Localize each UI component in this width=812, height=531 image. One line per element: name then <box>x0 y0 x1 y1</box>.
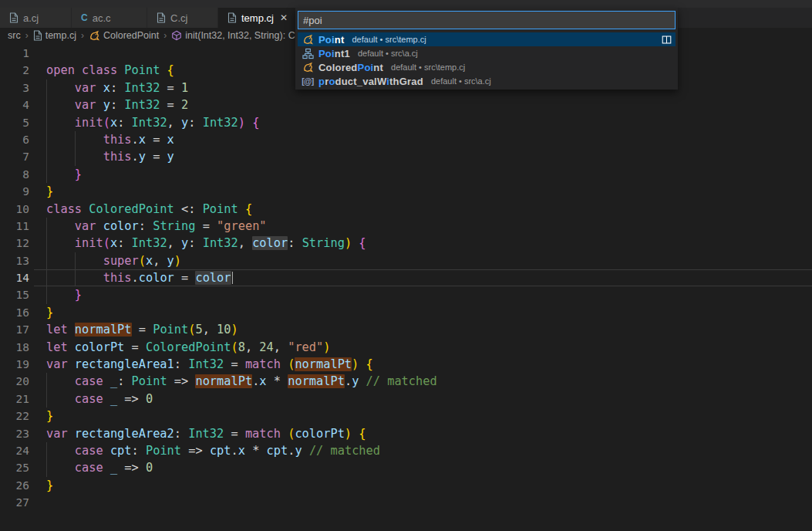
code-line-8[interactable]: 8 } <box>0 166 812 183</box>
line-number: 10 <box>0 201 29 218</box>
tab-C.cj[interactable]: C.cj <box>147 8 218 28</box>
cj-file-icon <box>157 12 166 23</box>
code-line-9[interactable]: 9} <box>0 183 812 200</box>
breadcrumb-item[interactable]: ColoredPoint <box>89 30 159 42</box>
code-line-20[interactable]: 20 case _: Point => normalPt.x * normalP… <box>0 373 812 390</box>
line-content: case _ => 0 <box>29 391 812 408</box>
line-content: var rectangleArea2: Int32 = match (color… <box>29 425 812 442</box>
indent-guide <box>46 391 47 408</box>
result-description: default • src\a.cj <box>431 76 491 86</box>
line-content: } <box>29 166 812 183</box>
code-line-14[interactable]: 14 this.color = color <box>0 269 812 286</box>
line-number: 4 <box>0 96 29 113</box>
quick-open-result-Point1[interactable]: Point1default • src\a.cj <box>298 46 676 60</box>
indent-guide <box>46 252 47 269</box>
line-content: init(x: Int32, y: Int32) { <box>29 114 812 131</box>
indent-guide <box>46 286 47 303</box>
class-icon <box>302 62 314 73</box>
c-file-icon: C <box>81 12 88 23</box>
indent-guide <box>46 79 47 96</box>
tab-ac.c[interactable]: Cac.c <box>72 8 147 28</box>
tab-label: temp.cj <box>241 12 274 24</box>
breadcrumb-separator: › <box>163 30 167 41</box>
code-line-22[interactable]: 22} <box>0 408 812 424</box>
code-line-21[interactable]: 21 case _ => 0 <box>0 391 812 408</box>
indent-guide <box>46 459 47 476</box>
indent-guide <box>46 269 47 286</box>
code-line-18[interactable]: 18let colorPt = ColoredPoint(8, 24, "red… <box>0 339 812 356</box>
code-line-10[interactable]: 10class ColoredPoint <: Point { <box>0 201 812 218</box>
breadcrumb-label: temp.cj <box>45 30 76 41</box>
line-number: 26 <box>0 477 29 494</box>
line-number: 11 <box>0 218 29 235</box>
line-content: var y: Int32 = 2 <box>29 96 812 113</box>
code-line-12[interactable]: 12 init(x: Int32, y: Int32, color: Strin… <box>0 235 812 252</box>
cj-file-icon <box>9 12 19 23</box>
line-number: 20 <box>0 373 29 390</box>
quick-open-input[interactable] <box>298 11 676 29</box>
result-description: default • src\temp.cj <box>352 35 426 44</box>
close-icon[interactable]: ✕ <box>278 12 289 23</box>
breadcrumb-item[interactable]: temp.cj <box>33 30 76 41</box>
tab-temp.cj[interactable]: temp.cj✕ <box>218 8 298 28</box>
method-icon <box>171 30 182 41</box>
split-editor-icon <box>662 35 672 45</box>
line-content: } <box>29 304 812 321</box>
line-number: 19 <box>0 356 29 373</box>
line-number: 5 <box>0 114 29 131</box>
indent-guide <box>46 373 47 390</box>
code-line-24[interactable]: 24 case cpt: Point => cpt.x * cpt.y // m… <box>0 442 812 459</box>
code-line-27[interactable]: 27 <box>0 494 812 511</box>
code-line-25[interactable]: 25 case _ => 0 <box>0 459 812 476</box>
quick-open-result-ColoredPoint[interactable]: ColoredPointdefault • src\temp.cj <box>298 60 676 74</box>
line-number: 13 <box>0 252 29 269</box>
indent-guide <box>75 269 76 286</box>
breadcrumb-label: ColoredPoint <box>103 30 159 41</box>
line-content: case _: Point => normalPt.x * normalPt.y… <box>29 373 812 390</box>
line-number: 14 <box>0 269 29 286</box>
indent-guide <box>46 96 47 113</box>
cj-file-icon <box>33 30 42 41</box>
line-number: 25 <box>0 459 29 476</box>
line-content: let normalPt = Point(5, 10) <box>29 321 812 338</box>
code-line-16[interactable]: 16} <box>0 304 812 321</box>
breadcrumb-separator: › <box>25 30 29 41</box>
line-content: case _ => 0 <box>29 459 812 476</box>
code-line-19[interactable]: 19var rectangleArea1: Int32 = match (nor… <box>0 356 812 373</box>
code-line-15[interactable]: 15 } <box>0 286 812 303</box>
split-editor-button[interactable] <box>662 35 672 45</box>
indent-guide <box>46 131 47 148</box>
breadcrumb-item[interactable]: src <box>8 30 21 41</box>
code-line-6[interactable]: 6 this.x = x <box>0 131 812 148</box>
line-number: 21 <box>0 391 29 408</box>
breadcrumb-label: src <box>8 30 21 41</box>
indent-guide <box>46 442 47 459</box>
indent-guide <box>46 166 47 183</box>
text-cursor <box>232 272 233 284</box>
quick-open-result-Point[interactable]: Pointdefault • src\temp.cj <box>298 32 676 46</box>
line-number: 15 <box>0 286 29 303</box>
line-content: this.y = y <box>29 148 812 165</box>
code-line-26[interactable]: 26} <box>0 477 812 494</box>
code-editor[interactable]: 12open class Point {3 var x: Int32 = 14 … <box>0 43 812 531</box>
code-line-17[interactable]: 17let normalPt = Point(5, 10) <box>0 321 812 338</box>
line-content: let colorPt = ColoredPoint(8, 24, "red") <box>29 339 812 356</box>
code-line-7[interactable]: 7 this.y = y <box>0 148 812 165</box>
quick-open-result-product_valWithGrad[interactable]: [@]product_valWithGraddefault • src\a.cj <box>298 74 676 88</box>
line-number: 18 <box>0 339 29 356</box>
code-line-5[interactable]: 5 init(x: Int32, y: Int32) { <box>0 114 812 131</box>
code-line-11[interactable]: 11 var color: String = "green" <box>0 218 812 235</box>
tab-a.cj[interactable]: a.cj <box>0 8 72 28</box>
line-number: 16 <box>0 304 29 321</box>
result-name: ColoredPoint <box>318 62 383 73</box>
line-content: } <box>29 183 812 200</box>
indent-guide <box>46 148 47 165</box>
tab-label: a.cj <box>23 12 39 24</box>
class-icon <box>302 34 314 46</box>
line-content <box>29 494 812 511</box>
code-line-13[interactable]: 13 super(x, y) <box>0 252 812 269</box>
code-line-4[interactable]: 4 var y: Int32 = 2 <box>0 96 812 113</box>
code-line-23[interactable]: 23var rectangleArea2: Int32 = match (col… <box>0 425 812 442</box>
indent-guide <box>75 131 76 148</box>
result-name: product_valWithGrad <box>318 76 423 87</box>
